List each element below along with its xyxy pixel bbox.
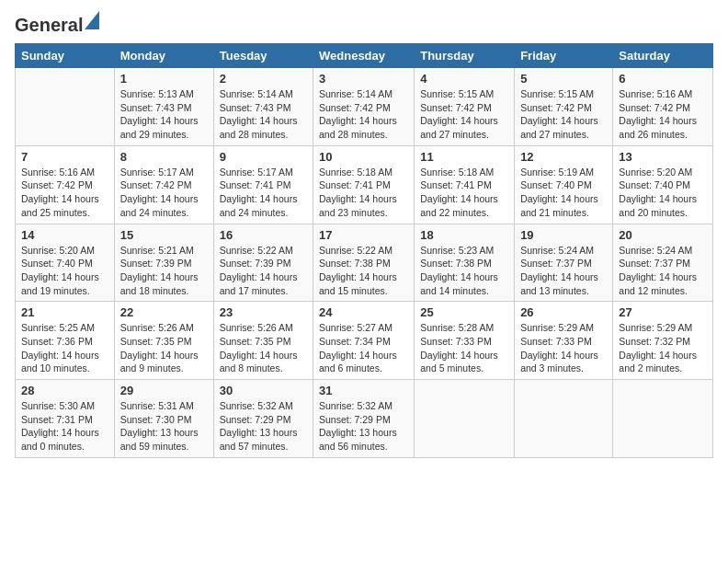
day-number: 26 [520, 305, 607, 319]
day-info: Sunrise: 5:18 AM Sunset: 7:41 PM Dayligh… [420, 166, 508, 220]
day-number: 5 [520, 72, 607, 86]
day-info: Sunrise: 5:20 AM Sunset: 7:40 PM Dayligh… [619, 166, 707, 220]
calendar-cell: 27Sunrise: 5:29 AM Sunset: 7:32 PM Dayli… [613, 302, 713, 380]
calendar-cell: 7Sunrise: 5:16 AM Sunset: 7:42 PM Daylig… [16, 145, 115, 224]
calendar-cell: 25Sunrise: 5:28 AM Sunset: 7:33 PM Dayli… [415, 302, 515, 380]
day-number: 10 [319, 150, 408, 164]
day-number: 14 [21, 228, 108, 242]
day-number: 31 [319, 384, 408, 397]
calendar-cell: 19Sunrise: 5:24 AM Sunset: 7:37 PM Dayli… [515, 224, 613, 302]
day-info: Sunrise: 5:24 AM Sunset: 7:37 PM Dayligh… [520, 244, 607, 298]
calendar-cell: 3Sunrise: 5:14 AM Sunset: 7:42 PM Daylig… [313, 68, 415, 146]
day-info: Sunrise: 5:20 AM Sunset: 7:40 PM Dayligh… [21, 244, 108, 298]
weekday-header-tuesday: Tuesday [213, 44, 313, 68]
calendar-cell: 26Sunrise: 5:29 AM Sunset: 7:33 PM Dayli… [515, 302, 613, 380]
day-number: 24 [319, 305, 408, 319]
day-number: 27 [619, 305, 707, 319]
day-number: 2 [220, 72, 307, 86]
weekday-header-thursday: Thursday [415, 44, 515, 68]
logo-triangle [85, 11, 99, 33]
day-info: Sunrise: 5:26 AM Sunset: 7:35 PM Dayligh… [120, 321, 208, 375]
day-info: Sunrise: 5:30 AM Sunset: 7:31 PM Dayligh… [21, 399, 108, 454]
day-number: 7 [21, 150, 108, 164]
day-number: 19 [520, 228, 607, 242]
calendar-cell: 14Sunrise: 5:20 AM Sunset: 7:40 PM Dayli… [16, 224, 115, 302]
day-number: 12 [520, 150, 607, 164]
day-number: 18 [420, 228, 508, 242]
day-number: 8 [120, 150, 208, 164]
calendar-cell: 16Sunrise: 5:22 AM Sunset: 7:39 PM Dayli… [213, 224, 313, 302]
calendar-week-4: 21Sunrise: 5:25 AM Sunset: 7:36 PM Dayli… [16, 302, 713, 380]
calendar-cell: 30Sunrise: 5:32 AM Sunset: 7:29 PM Dayli… [213, 380, 313, 458]
day-info: Sunrise: 5:21 AM Sunset: 7:39 PM Dayligh… [120, 244, 208, 298]
day-number: 3 [319, 72, 408, 86]
day-info: Sunrise: 5:29 AM Sunset: 7:32 PM Dayligh… [619, 321, 707, 375]
calendar-cell: 10Sunrise: 5:18 AM Sunset: 7:41 PM Dayli… [313, 145, 415, 224]
calendar-week-2: 7Sunrise: 5:16 AM Sunset: 7:42 PM Daylig… [16, 145, 713, 224]
calendar-cell: 31Sunrise: 5:32 AM Sunset: 7:29 PM Dayli… [313, 380, 415, 458]
calendar-cell: 2Sunrise: 5:14 AM Sunset: 7:43 PM Daylig… [213, 68, 313, 146]
calendar-cell: 18Sunrise: 5:23 AM Sunset: 7:38 PM Dayli… [415, 224, 515, 302]
calendar-cell: 4Sunrise: 5:15 AM Sunset: 7:42 PM Daylig… [415, 68, 515, 146]
logo-general: General [15, 15, 83, 36]
calendar-cell: 9Sunrise: 5:17 AM Sunset: 7:41 PM Daylig… [213, 145, 313, 224]
calendar-cell: 11Sunrise: 5:18 AM Sunset: 7:41 PM Dayli… [415, 145, 515, 224]
day-number: 22 [120, 305, 208, 319]
day-number: 15 [120, 228, 208, 242]
day-info: Sunrise: 5:25 AM Sunset: 7:36 PM Dayligh… [21, 321, 108, 375]
calendar-week-3: 14Sunrise: 5:20 AM Sunset: 7:40 PM Dayli… [16, 224, 713, 302]
day-info: Sunrise: 5:16 AM Sunset: 7:42 PM Dayligh… [21, 166, 108, 220]
calendar-cell: 6Sunrise: 5:16 AM Sunset: 7:42 PM Daylig… [613, 68, 713, 146]
day-info: Sunrise: 5:13 AM Sunset: 7:43 PM Dayligh… [120, 87, 208, 142]
day-info: Sunrise: 5:31 AM Sunset: 7:30 PM Dayligh… [120, 399, 208, 454]
svg-marker-0 [85, 11, 99, 29]
day-number: 20 [619, 228, 707, 242]
day-info: Sunrise: 5:14 AM Sunset: 7:42 PM Dayligh… [319, 87, 408, 142]
calendar-cell: 24Sunrise: 5:27 AM Sunset: 7:34 PM Dayli… [313, 302, 415, 380]
calendar-body: 1Sunrise: 5:13 AM Sunset: 7:43 PM Daylig… [16, 68, 713, 458]
day-info: Sunrise: 5:23 AM Sunset: 7:38 PM Dayligh… [420, 244, 508, 298]
calendar-cell: 15Sunrise: 5:21 AM Sunset: 7:39 PM Dayli… [114, 224, 213, 302]
weekday-header-monday: Monday [114, 44, 213, 68]
day-info: Sunrise: 5:18 AM Sunset: 7:41 PM Dayligh… [319, 166, 408, 220]
day-number: 28 [21, 384, 108, 397]
day-number: 25 [420, 305, 508, 319]
calendar-cell: 28Sunrise: 5:30 AM Sunset: 7:31 PM Dayli… [16, 380, 115, 458]
calendar-week-1: 1Sunrise: 5:13 AM Sunset: 7:43 PM Daylig… [16, 68, 713, 146]
day-info: Sunrise: 5:28 AM Sunset: 7:33 PM Dayligh… [420, 321, 508, 375]
day-number: 29 [120, 384, 208, 397]
day-number: 6 [619, 72, 707, 86]
day-info: Sunrise: 5:22 AM Sunset: 7:39 PM Dayligh… [220, 244, 307, 298]
weekday-header-row: SundayMondayTuesdayWednesdayThursdayFrid… [16, 44, 713, 68]
weekday-header-friday: Friday [515, 44, 613, 68]
calendar-cell: 8Sunrise: 5:17 AM Sunset: 7:42 PM Daylig… [114, 145, 213, 224]
calendar-cell: 21Sunrise: 5:25 AM Sunset: 7:36 PM Dayli… [16, 302, 115, 380]
calendar-cell: 12Sunrise: 5:19 AM Sunset: 7:40 PM Dayli… [515, 145, 613, 224]
weekday-header-saturday: Saturday [613, 44, 713, 68]
day-number: 23 [220, 305, 307, 319]
day-number: 1 [120, 72, 208, 86]
day-info: Sunrise: 5:32 AM Sunset: 7:29 PM Dayligh… [319, 399, 408, 454]
day-info: Sunrise: 5:14 AM Sunset: 7:43 PM Dayligh… [220, 87, 307, 142]
day-number: 21 [21, 305, 108, 319]
calendar-cell: 17Sunrise: 5:22 AM Sunset: 7:38 PM Dayli… [313, 224, 415, 302]
day-info: Sunrise: 5:15 AM Sunset: 7:42 PM Dayligh… [520, 87, 607, 142]
calendar-cell: 5Sunrise: 5:15 AM Sunset: 7:42 PM Daylig… [515, 68, 613, 146]
logo: General [15, 15, 99, 36]
day-info: Sunrise: 5:29 AM Sunset: 7:33 PM Dayligh… [520, 321, 607, 375]
day-number: 16 [220, 228, 307, 242]
calendar-table: SundayMondayTuesdayWednesdayThursdayFrid… [15, 43, 713, 458]
calendar-cell: 1Sunrise: 5:13 AM Sunset: 7:43 PM Daylig… [114, 68, 213, 146]
day-info: Sunrise: 5:17 AM Sunset: 7:41 PM Dayligh… [220, 166, 307, 220]
calendar-cell: 20Sunrise: 5:24 AM Sunset: 7:37 PM Dayli… [613, 224, 713, 302]
day-info: Sunrise: 5:27 AM Sunset: 7:34 PM Dayligh… [319, 321, 408, 375]
calendar-cell [415, 380, 515, 458]
day-number: 4 [420, 72, 508, 86]
weekday-header-sunday: Sunday [16, 44, 115, 68]
weekday-header-wednesday: Wednesday [313, 44, 415, 68]
day-number: 11 [420, 150, 508, 164]
day-number: 13 [619, 150, 707, 164]
calendar-cell: 22Sunrise: 5:26 AM Sunset: 7:35 PM Dayli… [114, 302, 213, 380]
calendar-cell [613, 380, 713, 458]
day-info: Sunrise: 5:16 AM Sunset: 7:42 PM Dayligh… [619, 87, 707, 142]
